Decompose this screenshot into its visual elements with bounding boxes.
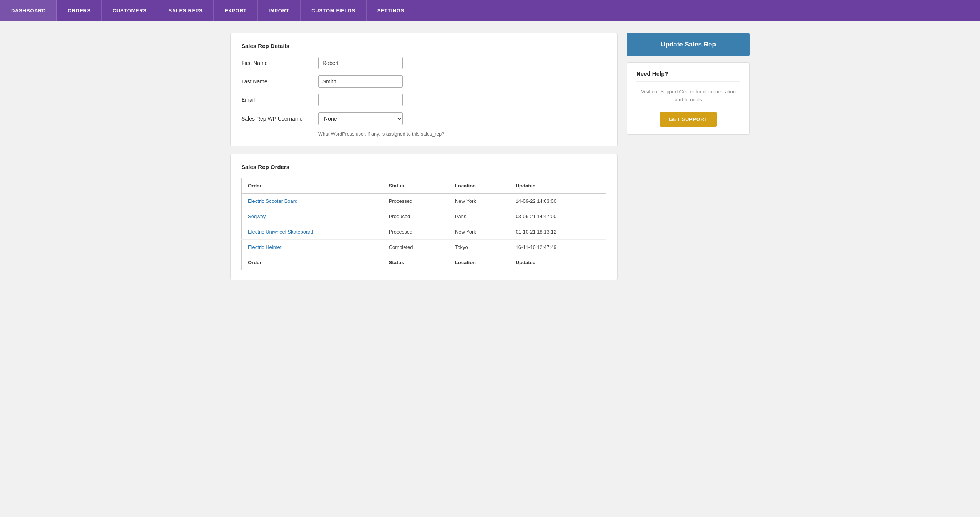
order-link[interactable]: Electric Uniwheel Skateboard	[248, 229, 313, 235]
table-cell: New York	[449, 194, 510, 209]
wp-username-row: Sales Rep WP Username None	[241, 112, 606, 125]
table-row: Electric Uniwheel SkateboardProcessedNew…	[242, 224, 606, 240]
update-sales-rep-button[interactable]: Update Sales Rep	[627, 33, 750, 56]
first-name-row: First Name	[241, 57, 606, 69]
table-cell: Processed	[383, 194, 449, 209]
sidebar: Update Sales Rep Need Help? Visit our Su…	[627, 33, 750, 280]
nav-item-custom-fields[interactable]: CUSTOM FIELDS	[301, 0, 366, 21]
nav-item-export[interactable]: EXPORT	[214, 0, 257, 21]
table-cell: New York	[449, 224, 510, 240]
orders-table-footer-cell: Updated	[510, 255, 606, 270]
orders-table-header-cell: Order	[242, 178, 383, 194]
wp-username-hint: What WordPress user, if any, is assigned…	[318, 131, 606, 137]
orders-table: OrderStatusLocationUpdatedElectric Scoot…	[241, 178, 606, 270]
table-cell: Produced	[383, 209, 449, 224]
last-name-row: Last Name	[241, 75, 606, 88]
help-card-text: Visit our Support Center for documentati…	[636, 88, 740, 104]
order-link[interactable]: Electric Scooter Board	[248, 198, 297, 204]
table-cell: 14-09-22 14:03:00	[510, 194, 606, 209]
sales-rep-details-title: Sales Rep Details	[241, 43, 606, 49]
table-cell: 03-06-21 14:47:00	[510, 209, 606, 224]
orders-table-header-cell: Updated	[510, 178, 606, 194]
orders-table-header-cell: Status	[383, 178, 449, 194]
last-name-input[interactable]	[318, 75, 403, 88]
main-navigation: DASHBOARDORDERSCUSTOMERSSALES REPSEXPORT…	[0, 0, 980, 21]
table-cell: Paris	[449, 209, 510, 224]
sales-rep-details-card: Sales Rep Details First Name Last Name E…	[230, 33, 618, 146]
wp-username-label: Sales Rep WP Username	[241, 116, 318, 122]
table-row: Electric HelmetCompletedTokyo16-11-16 12…	[242, 240, 606, 255]
table-cell: Processed	[383, 224, 449, 240]
help-card: Need Help? Visit our Support Center for …	[627, 62, 750, 135]
sales-rep-orders-card: Sales Rep Orders OrderStatusLocationUpda…	[230, 154, 618, 280]
orders-table-footer-cell: Location	[449, 255, 510, 270]
help-card-title: Need Help?	[636, 70, 740, 82]
first-name-label: First Name	[241, 60, 318, 66]
table-cell: 01-10-21 18:13:12	[510, 224, 606, 240]
last-name-label: Last Name	[241, 78, 318, 85]
table-cell: Completed	[383, 240, 449, 255]
orders-table-footer-cell: Order	[242, 255, 383, 270]
nav-item-dashboard[interactable]: DASHBOARD	[0, 0, 57, 21]
email-label: Email	[241, 97, 318, 103]
first-name-input[interactable]	[318, 57, 403, 69]
orders-table-footer-cell: Status	[383, 255, 449, 270]
nav-item-import[interactable]: IMPORT	[258, 0, 301, 21]
nav-item-settings[interactable]: SETTINGS	[367, 0, 415, 21]
get-support-button[interactable]: GET SUPPORT	[660, 112, 717, 127]
nav-item-customers[interactable]: CUSTOMERS	[102, 0, 158, 21]
orders-table-header-cell: Location	[449, 178, 510, 194]
wp-username-select[interactable]: None	[318, 112, 403, 125]
email-row: Email	[241, 94, 606, 106]
table-row: Electric Scooter BoardProcessedNew York1…	[242, 194, 606, 209]
order-link[interactable]: Electric Helmet	[248, 244, 281, 250]
table-row: SegwayProducedParis03-06-21 14:47:00	[242, 209, 606, 224]
email-input[interactable]	[318, 94, 403, 106]
table-cell: Tokyo	[449, 240, 510, 255]
nav-item-orders[interactable]: ORDERS	[57, 0, 102, 21]
table-cell: 16-11-16 12:47:49	[510, 240, 606, 255]
nav-item-sales-reps[interactable]: SALES REPS	[158, 0, 214, 21]
main-content: Sales Rep Details First Name Last Name E…	[230, 33, 618, 280]
sales-rep-orders-title: Sales Rep Orders	[241, 164, 606, 170]
order-link[interactable]: Segway	[248, 214, 266, 219]
